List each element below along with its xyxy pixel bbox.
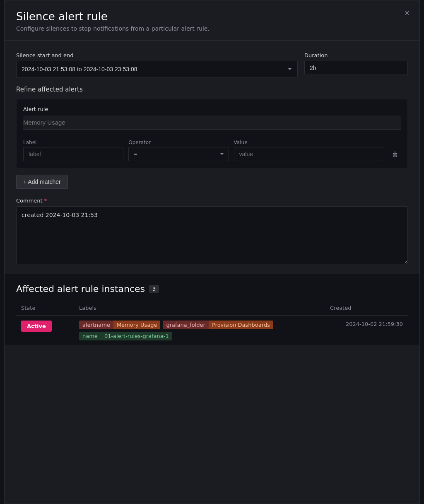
label-key-alertname: alertname: [79, 321, 113, 329]
matcher-row: Label Operator = Value: [23, 140, 401, 161]
operator-select[interactable]: =: [128, 147, 229, 161]
matchers-container: Alert rule Label Operator = Value: [16, 99, 408, 168]
modal-header: Silence alert rule Configure silences to…: [5, 0, 419, 41]
value-col-group: Value: [234, 140, 384, 161]
operator-col-group: Operator =: [128, 140, 229, 161]
label-value-grafana-folder: Provision Dashboards: [209, 321, 273, 329]
silence-alert-modal: Silence alert rule Configure silences to…: [4, 0, 420, 504]
comment-textarea[interactable]: created 2024-10-03 21:53: [16, 206, 408, 264]
created-timestamp: 2024-10-02 21:59:30: [346, 321, 403, 327]
modal-subtitle: Configure silences to stop notifications…: [16, 25, 408, 32]
add-matcher-button[interactable]: + Add matcher: [16, 175, 68, 189]
label-value-alertname: Memory Usage: [113, 321, 161, 329]
affected-title: Affected alert rule instances 3: [16, 284, 408, 294]
modal-title: Silence alert rule: [16, 10, 408, 23]
label-value-name: 01-alert-rules-grafana-1: [101, 332, 172, 340]
comment-label: Comment: [16, 198, 47, 204]
close-button[interactable]: ×: [401, 7, 413, 19]
silence-range-label: Silence start and end: [16, 52, 298, 58]
comment-group: Comment created 2024-10-03 21:53: [16, 197, 408, 265]
instances-table: State Labels Created Active alertname Me…: [16, 301, 408, 345]
affected-section: Affected alert rule instances 3 State La…: [5, 274, 419, 345]
modal-body: Silence start and end 2024-10-03 21:53:0…: [5, 41, 419, 265]
label-key-name: name: [79, 332, 101, 340]
col-created: Created: [325, 301, 408, 316]
label-key-grafana-folder: grafana_folder: [163, 321, 209, 329]
silence-range-group: Silence start and end 2024-10-03 21:53:0…: [16, 52, 298, 77]
created-cell: 2024-10-02 21:59:30: [325, 316, 408, 346]
state-cell: Active: [16, 316, 74, 346]
labels-cell: alertname Memory Usage grafana_folder Pr…: [74, 316, 325, 346]
label-tag-grafana-folder: grafana_folder Provision Dashboards: [163, 321, 273, 329]
operator-col-header: Operator: [128, 140, 229, 145]
alert-rule-label: Alert rule: [23, 106, 401, 112]
label-tags: alertname Memory Usage grafana_folder Pr…: [79, 321, 320, 340]
label-col-group: Label: [23, 140, 123, 161]
table-row: Active alertname Memory Usage grafana_fo…: [16, 316, 408, 346]
table-header: State Labels Created: [16, 301, 408, 316]
silence-range-select[interactable]: 2024-10-03 21:53:08 to 2024-10-03 23:53:…: [16, 61, 298, 77]
label-tag-alertname: alertname Memory Usage: [79, 321, 160, 329]
col-labels: Labels: [74, 301, 325, 316]
trash-icon: [392, 151, 398, 158]
duration-input[interactable]: [304, 61, 408, 75]
duration-label: Duration: [304, 52, 408, 58]
value-input[interactable]: [234, 147, 384, 161]
count-badge: 3: [149, 285, 159, 293]
table-body: Active alertname Memory Usage grafana_fo…: [16, 316, 408, 346]
svg-rect-1: [394, 152, 396, 152]
label-col-header: Label: [23, 140, 123, 145]
delete-matcher-button[interactable]: [389, 148, 401, 161]
duration-group: Duration: [304, 52, 408, 77]
active-badge: Active: [21, 321, 52, 332]
label-tag-name: name 01-alert-rules-grafana-1: [79, 332, 172, 340]
label-input[interactable]: [23, 147, 123, 161]
value-col-header: Value: [234, 140, 384, 145]
alert-rule-input[interactable]: [23, 116, 401, 130]
col-state: State: [16, 301, 74, 316]
time-duration-row: Silence start and end 2024-10-03 21:53:0…: [16, 52, 408, 77]
refine-section-title: Refine affected alerts: [16, 86, 408, 93]
